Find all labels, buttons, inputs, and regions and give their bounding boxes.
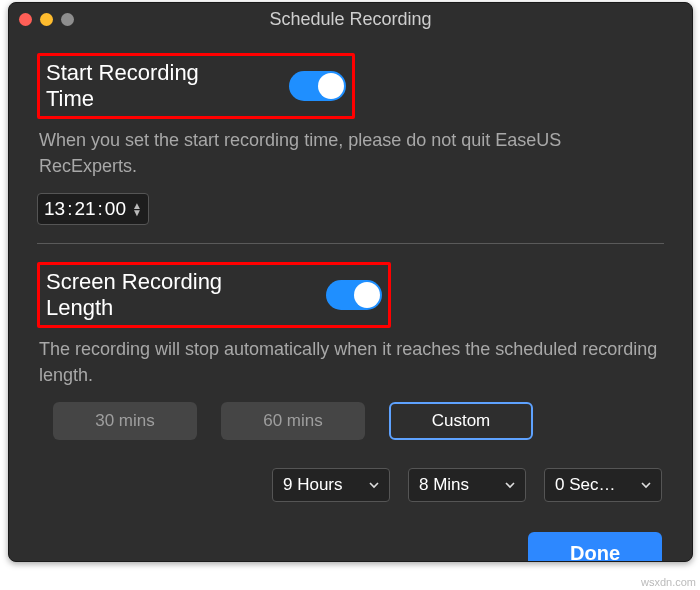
start-time-input[interactable]: 13 : 21 : 00 ▲▼ [37, 193, 149, 225]
start-time-toggle[interactable] [289, 71, 346, 101]
chevron-down-icon [505, 480, 515, 490]
done-button[interactable]: Done [528, 532, 662, 562]
time-sep: : [98, 198, 103, 220]
mins-value: 8 Mins [419, 475, 469, 495]
close-icon[interactable] [19, 13, 32, 26]
length-title: Screen Recording Length [46, 269, 288, 321]
time-sep: : [67, 198, 72, 220]
window-title: Schedule Recording [9, 9, 692, 30]
footer: Done [37, 532, 662, 562]
minimize-icon[interactable] [40, 13, 53, 26]
mins-select[interactable]: 8 Mins [408, 468, 526, 502]
start-time-header: Start Recording Time [37, 53, 355, 119]
divider [37, 243, 664, 244]
secs-value: 0 Sec… [555, 475, 615, 495]
preset-60-mins[interactable]: 60 mins [221, 402, 365, 440]
custom-duration: 9 Hours 8 Mins 0 Sec… [37, 468, 662, 502]
length-desc: The recording will stop automatically wh… [39, 336, 662, 388]
length-header: Screen Recording Length [37, 262, 391, 328]
length-presets: 30 mins 60 mins Custom [53, 402, 664, 440]
window-controls [19, 13, 74, 26]
chevron-down-icon [369, 480, 379, 490]
length-toggle[interactable] [326, 280, 382, 310]
maximize-icon[interactable] [61, 13, 74, 26]
preset-30-mins[interactable]: 30 mins [53, 402, 197, 440]
secs-select[interactable]: 0 Sec… [544, 468, 662, 502]
stepper-icon[interactable]: ▲▼ [132, 202, 142, 216]
hours-value: 9 Hours [283, 475, 343, 495]
schedule-recording-window: Schedule Recording Start Recording Time … [8, 2, 693, 562]
start-time-title: Start Recording Time [46, 60, 251, 112]
titlebar: Schedule Recording [9, 3, 692, 35]
preset-custom[interactable]: Custom [389, 402, 533, 440]
chevron-down-icon [641, 480, 651, 490]
watermark: wsxdn.com [641, 576, 696, 588]
hours-select[interactable]: 9 Hours [272, 468, 390, 502]
start-time-minutes[interactable]: 21 [74, 198, 95, 220]
start-time-hours[interactable]: 13 [44, 198, 65, 220]
start-time-desc: When you set the start recording time, p… [39, 127, 662, 179]
start-time-seconds[interactable]: 00 [105, 198, 126, 220]
